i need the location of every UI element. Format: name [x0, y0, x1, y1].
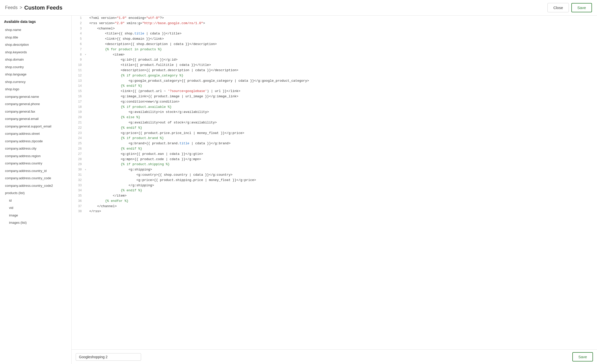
sidebar-item-company-address-country-id[interactable]: company.address.country_id: [0, 167, 71, 175]
code-content[interactable]: <g:price>{{ product.price.price_incl | m…: [87, 131, 597, 136]
code-content[interactable]: {% endif %}: [87, 125, 597, 131]
sidebar-item-product-id[interactable]: id: [0, 197, 71, 204]
sidebar-item-shop-logo[interactable]: shop.logo: [0, 85, 71, 93]
code-content[interactable]: {% if product.shipping %}: [87, 162, 597, 167]
close-button[interactable]: Close: [547, 3, 569, 12]
breadcrumb-parent[interactable]: Feeds: [5, 5, 18, 10]
code-content[interactable]: <channel>: [87, 26, 597, 31]
code-content[interactable]: <g:id>{{ product.id }}</g:id>: [87, 57, 597, 63]
sidebar-item-company-general-support-email[interactable]: company.general.support_email: [0, 123, 71, 130]
line-number: 24: [72, 136, 84, 141]
code-content[interactable]: <g:gtin>{{ product.ean | cdata }}</g:gti…: [87, 152, 597, 157]
sidebar-item-shop-description[interactable]: shop.description: [0, 41, 71, 49]
code-content[interactable]: <?xml version="1.0" encoding="utf-8"?>: [87, 16, 597, 21]
code-content[interactable]: </rss>: [87, 209, 597, 214]
sidebar-item-company-general-name[interactable]: company.general.name: [0, 93, 71, 101]
code-content[interactable]: <g:google_product_category>{{ product.go…: [87, 78, 597, 84]
code-editor[interactable]: 1<?xml version="1.0" encoding="utf-8"?>2…: [72, 16, 597, 349]
line-number: 12: [72, 73, 84, 78]
fold-indicator[interactable]: ▾: [84, 167, 87, 172]
line-number: 1: [72, 16, 84, 21]
line-number: 6: [72, 42, 84, 47]
fold-indicator: [84, 89, 87, 94]
code-content[interactable]: <g:availability>out of stock</g:availabi…: [87, 120, 597, 125]
editor-footer: Save: [72, 349, 597, 364]
code-line-7: 7 {% for product in products %}: [72, 47, 597, 52]
sidebar-item-product-image[interactable]: image: [0, 212, 71, 219]
code-content[interactable]: {% for product in products %}: [87, 47, 597, 52]
code-line-4: 4 <title>{{ shop.title | cdata }}</title…: [72, 31, 597, 36]
sidebar-item-company-address-country-code[interactable]: company.address.country_code: [0, 174, 71, 182]
code-content[interactable]: {% endif %}: [87, 83, 597, 89]
sidebar-item-company-general-phone[interactable]: company.general.phone: [0, 100, 71, 108]
code-content[interactable]: </channel>: [87, 204, 597, 209]
code-line-14: 14 {% endif %}: [72, 83, 597, 89]
line-number: 9: [72, 57, 84, 63]
save-button-footer[interactable]: Save: [572, 352, 593, 361]
sidebar-item-company-general-email[interactable]: company.general.email: [0, 115, 71, 123]
code-content[interactable]: {% if product.available %}: [87, 105, 597, 110]
code-content[interactable]: <description>{{ product.description | cd…: [87, 68, 597, 73]
line-number: 16: [72, 94, 84, 99]
sidebar-item-company-address-region[interactable]: company.address.region: [0, 152, 71, 160]
code-line-19: 19 <g:availability>in stock</g:availabil…: [72, 110, 597, 115]
code-content[interactable]: <g:mpn>{{ product.code | cdata }}</g:mpn…: [87, 157, 597, 162]
sidebar-item-shop-title[interactable]: shop.title: [0, 34, 71, 41]
code-content[interactable]: <description>{{ shop.description | cdata…: [87, 42, 597, 47]
code-content[interactable]: {% if product.google_category %}: [87, 73, 597, 78]
code-line-10: 10 <title>{{ product.fulltitle | cdata }…: [72, 63, 597, 68]
fold-indicator[interactable]: ▾: [84, 52, 87, 58]
fold-indicator: [84, 26, 87, 31]
sidebar-item-shop-language[interactable]: shop.language: [0, 71, 71, 78]
code-content[interactable]: <g:shipping>: [87, 167, 597, 172]
sidebar-item-product-images-list[interactable]: images (list): [0, 219, 71, 226]
code-line-18: 18 {% if product.available %}: [72, 105, 597, 110]
sidebar-item-company-address-city[interactable]: company.address.city: [0, 145, 71, 152]
code-content[interactable]: </g:shipping>: [87, 183, 597, 188]
save-button-header[interactable]: Save: [571, 3, 592, 12]
fold-indicator: [84, 63, 87, 68]
fold-indicator: [84, 146, 87, 152]
line-number: 17: [72, 99, 84, 105]
code-content[interactable]: </item>: [87, 193, 597, 199]
code-content[interactable]: <title>{{ product.fulltitle | cdata }}</…: [87, 63, 597, 68]
sidebar-item-shop-domain[interactable]: shop.domain: [0, 56, 71, 63]
sidebar-item-shop-country[interactable]: shop.country: [0, 63, 71, 71]
sidebar-item-product-vid[interactable]: vid: [0, 204, 71, 212]
line-number: 36: [72, 199, 84, 204]
code-content[interactable]: {% if product.brand %}: [87, 136, 597, 141]
filename-input[interactable]: [76, 353, 141, 361]
sidebar-item-company-address-country-code2[interactable]: company.address.country_code2: [0, 182, 71, 190]
code-content[interactable]: {% endif %}: [87, 188, 597, 193]
code-content[interactable]: <item>: [87, 52, 597, 58]
sidebar-item-shop-name[interactable]: shop.name: [0, 26, 71, 34]
sidebar-item-company-address-zipcode[interactable]: company.address.zipcode: [0, 138, 71, 145]
sidebar-item-company-general-fax[interactable]: company.general.fax: [0, 108, 71, 115]
code-content[interactable]: <g:country>{{ shop.country | cdata }}</g…: [87, 172, 597, 178]
code-content[interactable]: {% endfor %}: [87, 199, 597, 204]
main-content: Available data tags shop.nameshop.titles…: [0, 16, 597, 364]
fold-indicator: [84, 193, 87, 199]
code-content[interactable]: <rss version="2.0" xmlns:g="http://base.…: [87, 21, 597, 26]
code-content[interactable]: <g:brand>{{ product.brand.title | cdata …: [87, 141, 597, 146]
line-number: 19: [72, 110, 84, 115]
code-content[interactable]: <g:image_link>{{ product.image | url_ima…: [87, 94, 597, 99]
sidebar-item-company-address-country[interactable]: company.address.country: [0, 160, 71, 167]
code-content[interactable]: <g:availability>in stock</g:availability…: [87, 110, 597, 115]
code-content[interactable]: <link>{{ shop.domain }}</link>: [87, 36, 597, 42]
code-content[interactable]: <link>{{ (product.url ~ '?source=googleb…: [87, 89, 597, 94]
line-number: 10: [72, 63, 84, 68]
sidebar-item-products-list[interactable]: products (list): [0, 189, 71, 197]
code-content[interactable]: {% endif %}: [87, 146, 597, 152]
code-content[interactable]: <g:condition>new</g:condition>: [87, 99, 597, 105]
code-content[interactable]: <g:price>{{ product.shipping.price | mon…: [87, 178, 597, 183]
sidebar-item-company-address-street[interactable]: company.address.street: [0, 130, 71, 138]
fold-indicator: [84, 125, 87, 131]
code-content[interactable]: <title>{{ shop.title | cdata }}</title>: [87, 31, 597, 36]
code-line-30: 30▾ <g:shipping>: [72, 167, 597, 172]
fold-indicator: [84, 31, 87, 36]
code-content[interactable]: {% else %}: [87, 115, 597, 120]
code-line-8: 8▾ <item>: [72, 52, 597, 58]
sidebar-item-shop-keywords[interactable]: shop.keywords: [0, 49, 71, 56]
sidebar-item-shop-currency[interactable]: shop.currency: [0, 78, 71, 86]
